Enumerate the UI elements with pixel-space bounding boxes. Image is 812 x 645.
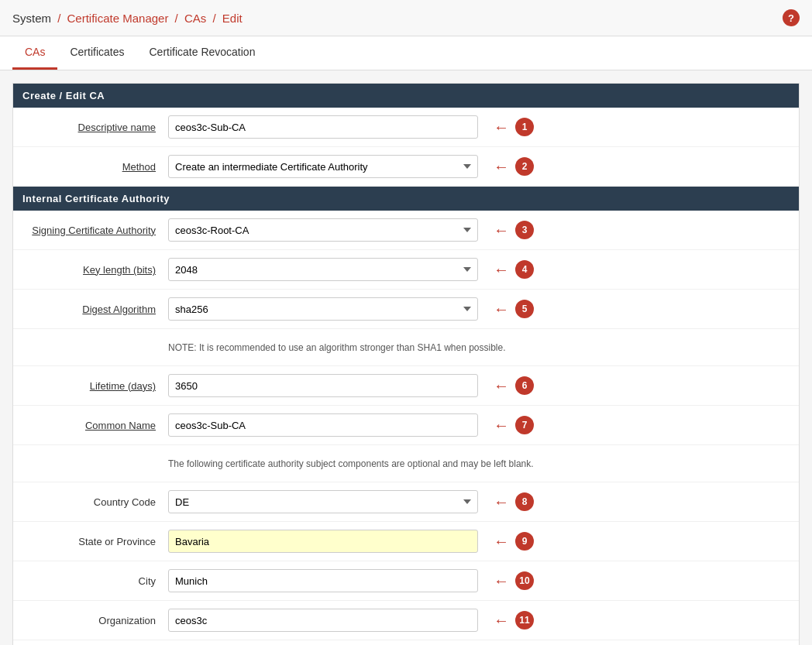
label-descriptive-name: Descriptive name — [78, 122, 156, 133]
annotation-9: ← 9 — [494, 532, 534, 551]
annotation-5: ← 5 — [494, 300, 534, 318]
row-key-length: Key length (bits) 512 1024 2048 4096 ← 4 — [13, 250, 799, 290]
section-create-edit-ca: Create / Edit CA — [13, 84, 799, 108]
label-common-name: Common Name — [85, 420, 156, 431]
select-digest-algorithm[interactable]: md5 sha1 sha224 sha256 sha384 sha512 — [168, 297, 478, 321]
row-digest-algorithm: Digest Algorithm md5 sha1 sha224 sha256 … — [13, 290, 799, 329]
row-organization: Organization ← 11 — [13, 601, 799, 640]
row-state: State or Province ← 9 — [13, 522, 799, 561]
digest-note: NOTE: It is recommended to use an algori… — [13, 329, 799, 366]
input-lifetime[interactable] — [168, 374, 478, 397]
row-city: City ← 10 — [13, 561, 799, 601]
breadcrumb-cert-manager[interactable]: Certificate Manager — [67, 12, 169, 25]
annotation-2: ← 2 — [494, 157, 534, 176]
breadcrumb-edit[interactable]: Edit — [222, 12, 243, 25]
label-digest-algorithm: Digest Algorithm — [82, 304, 156, 315]
tab-bar: CAs Certificates Certificate Revocation — [0, 36, 812, 70]
sep3: / — [212, 12, 218, 25]
label-method: Method — [122, 161, 156, 173]
annotation-1: ← 1 — [494, 118, 534, 136]
row-method: Method Create an intermediate Certificat… — [13, 147, 799, 187]
row-org-unit: Organizational Unit — [13, 640, 799, 645]
input-descriptive-name[interactable] — [168, 115, 478, 139]
input-city[interactable] — [168, 569, 478, 592]
sep1: / — [57, 12, 64, 25]
help-icon[interactable]: ? — [783, 9, 800, 26]
row-signing-cert: Signing Certificate Authority ceos3c-Roo… — [13, 211, 799, 250]
label-organization: Organization — [98, 615, 156, 626]
select-method[interactable]: Create an intermediate Certificate Autho… — [168, 155, 478, 178]
tab-certificate-revocation[interactable]: Certificate Revocation — [136, 36, 267, 70]
section-internal-ca: Internal Certificate Authority — [13, 187, 799, 211]
main-form: Create / Edit CA Descriptive name ← 1 Me… — [12, 83, 800, 645]
label-key-length: Key length (bits) — [83, 264, 156, 276]
label-city: City — [139, 575, 156, 587]
annotation-3: ← 3 — [494, 221, 534, 239]
label-lifetime: Lifetime (days) — [90, 380, 156, 392]
input-organization[interactable] — [168, 609, 478, 632]
sep2: / — [175, 12, 181, 25]
optional-note: The following certificate authority subj… — [13, 445, 799, 482]
annotation-8: ← 8 — [494, 492, 534, 511]
tab-cas[interactable]: CAs — [12, 36, 57, 70]
select-country-code[interactable]: DE US GB FR — [168, 490, 478, 513]
input-common-name[interactable] — [168, 413, 478, 437]
row-descriptive-name: Descriptive name ← 1 — [13, 108, 799, 147]
label-country-code: Country Code — [94, 496, 156, 508]
breadcrumb-cas[interactable]: CAs — [184, 12, 206, 25]
header: System / Certificate Manager / CAs / Edi… — [0, 0, 812, 36]
tab-certificates[interactable]: Certificates — [57, 36, 136, 70]
breadcrumb: System / Certificate Manager / CAs / Edi… — [12, 12, 243, 25]
annotation-4: ← 4 — [494, 260, 534, 279]
breadcrumb-system: System — [12, 12, 51, 25]
select-signing-cert[interactable]: ceos3c-Root-CA — [168, 218, 478, 242]
label-state: State or Province — [78, 536, 156, 547]
annotation-6: ← 6 — [494, 376, 534, 395]
annotation-10: ← 10 — [494, 571, 534, 590]
row-lifetime: Lifetime (days) ← 6 — [13, 366, 799, 406]
input-state[interactable] — [168, 530, 478, 553]
annotation-11: ← 11 — [494, 611, 534, 630]
label-signing-cert: Signing Certificate Authority — [32, 225, 156, 236]
row-country-code: Country Code DE US GB FR ← 8 — [13, 482, 799, 522]
row-common-name: Common Name ← 7 — [13, 406, 799, 445]
annotation-7: ← 7 — [494, 416, 534, 434]
select-key-length[interactable]: 512 1024 2048 4096 — [168, 258, 478, 281]
